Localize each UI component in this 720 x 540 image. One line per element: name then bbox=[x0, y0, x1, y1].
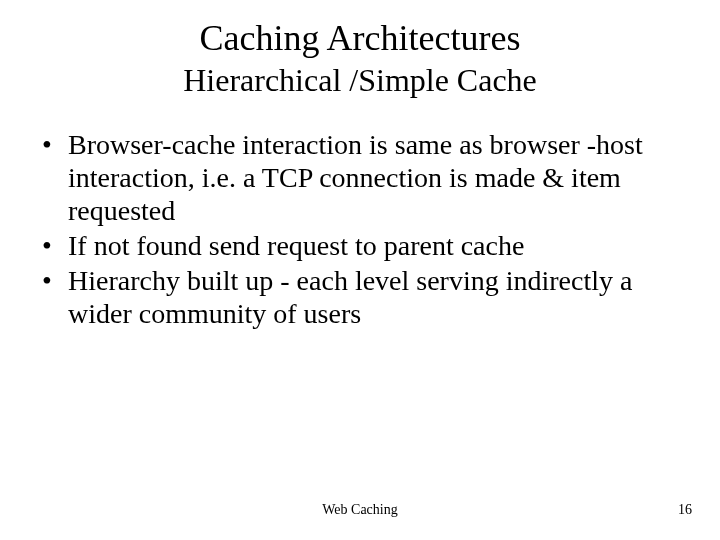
list-item: Browser-cache interaction is same as bro… bbox=[40, 128, 660, 227]
footer-label: Web Caching bbox=[0, 502, 720, 518]
list-item: If not found send request to parent cach… bbox=[40, 229, 660, 262]
slide-body: Browser-cache interaction is same as bro… bbox=[0, 128, 720, 330]
page-number: 16 bbox=[678, 502, 692, 518]
slide: Caching Architectures Hierarchical /Simp… bbox=[0, 0, 720, 540]
list-item: Hierarchy built up - each level serving … bbox=[40, 264, 660, 330]
slide-subtitle: Hierarchical /Simple Cache bbox=[0, 61, 720, 99]
bullet-list: Browser-cache interaction is same as bro… bbox=[40, 128, 660, 330]
slide-title: Caching Architectures bbox=[0, 0, 720, 59]
